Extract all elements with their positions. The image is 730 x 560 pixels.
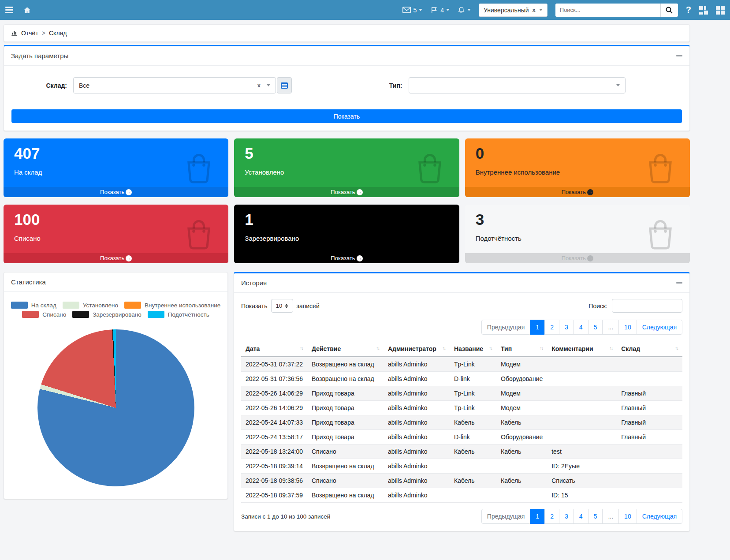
- pagination-previous[interactable]: Предыдущая: [481, 509, 531, 524]
- legend-item: Внутреннее использование: [124, 302, 220, 309]
- table-cell: [617, 459, 682, 474]
- table-cell: Оборудование: [496, 372, 547, 386]
- table-row: 2022-05-18 13:24:00Списаноabills Adminko…: [241, 444, 682, 459]
- sort-icon[interactable]: ↑↓: [609, 345, 612, 351]
- type-select[interactable]: [409, 77, 626, 93]
- table-cell: 2022-05-31 07:36:56: [241, 372, 307, 386]
- chevron-down-icon: [616, 84, 620, 86]
- pagination-page-4[interactable]: 4: [574, 320, 588, 335]
- messages-dropdown[interactable]: 5: [402, 7, 422, 14]
- warehouse-list-button[interactable]: [277, 77, 292, 93]
- flags-dropdown[interactable]: 4: [430, 6, 450, 14]
- pagination-page-2[interactable]: 2: [544, 509, 559, 524]
- pagination-page-5[interactable]: 5: [588, 509, 603, 524]
- pagination-next[interactable]: Следующая: [637, 320, 682, 335]
- table-cell: abills Adminko: [384, 430, 450, 444]
- column-header-label: Комментарии: [551, 345, 593, 352]
- show-link[interactable]: Показать→: [4, 253, 228, 263]
- legend-swatch: [72, 311, 89, 318]
- breadcrumb-section[interactable]: Отчёт: [21, 30, 38, 37]
- profile-select[interactable]: Универсальный x: [479, 4, 548, 17]
- pie-chart: [37, 329, 194, 486]
- table-cell: [547, 401, 617, 415]
- notifications-dropdown[interactable]: [458, 6, 471, 14]
- table-cell: Модем: [496, 357, 547, 372]
- search-input[interactable]: [555, 4, 660, 17]
- table-cell: Приход товара: [307, 430, 384, 444]
- legend-item: Зарезервировано: [72, 311, 142, 318]
- flags-count: 4: [440, 7, 444, 14]
- collapse-icon[interactable]: [676, 55, 682, 56]
- clear-icon[interactable]: x: [257, 82, 261, 89]
- hamburger-menu-icon[interactable]: [5, 7, 13, 13]
- arrow-circle-right-icon: →: [126, 255, 132, 261]
- table-cell: Возвращено на склад: [307, 372, 384, 386]
- parameters-panel: Задать параметры Склад: Все x: [4, 45, 690, 131]
- sort-icon[interactable]: ↑↓: [675, 345, 678, 351]
- legend-label: Внутреннее использование: [145, 302, 220, 309]
- table-cell: Главный: [617, 386, 682, 401]
- help-icon[interactable]: ?: [686, 5, 691, 15]
- show-button[interactable]: Показать: [11, 109, 682, 123]
- sort-icon[interactable]: ↑↓: [540, 345, 543, 351]
- table-row: 2022-05-26 14:06:29Приход товараabills A…: [241, 401, 682, 415]
- column-header-склад[interactable]: Склад↑↓: [617, 341, 682, 357]
- table-cell: 2022-05-18 09:37:59: [241, 488, 307, 503]
- table-search-input[interactable]: [612, 299, 682, 313]
- stat-card-na-sklad: 407 На склад Показать→: [4, 138, 228, 197]
- column-header-администратор[interactable]: Администратор↑↓: [384, 341, 450, 357]
- table-row: 2022-05-18 09:39:14Возвращено на складab…: [241, 459, 682, 474]
- stat-card-vnutrennee: 0 Внутреннее использование Показать→: [465, 138, 690, 197]
- navbar-search: [555, 4, 678, 17]
- page-size-value: 10: [276, 302, 282, 309]
- show-link[interactable]: Показать→: [465, 187, 690, 197]
- warehouse-select[interactable]: Все x: [73, 77, 276, 93]
- pagination-next[interactable]: Следующая: [637, 509, 682, 524]
- show-link[interactable]: Показать→: [234, 187, 459, 197]
- breadcrumb: Отчёт > Склад: [4, 24, 690, 42]
- sort-icon[interactable]: ↑↓: [300, 345, 303, 351]
- show-link[interactable]: Показать→: [4, 187, 228, 197]
- pagination-page-4[interactable]: 4: [574, 509, 588, 524]
- show-link[interactable]: Показать→: [234, 253, 459, 263]
- page-size-stepper[interactable]: 10: [271, 299, 293, 313]
- column-header-название[interactable]: Название↑↓: [450, 341, 496, 357]
- search-button[interactable]: [660, 4, 678, 17]
- legend-swatch: [63, 302, 79, 309]
- table-cell: Возвращено на склад: [307, 357, 384, 372]
- pagination-page-1[interactable]: 1: [530, 509, 545, 524]
- table-row: 2022-05-31 07:37:22Возвращено на складab…: [241, 357, 682, 372]
- collapse-icon[interactable]: [676, 282, 682, 284]
- column-header-тип[interactable]: Тип↑↓: [496, 341, 547, 357]
- column-header-действие[interactable]: Действие↑↓: [307, 341, 384, 357]
- sort-icon[interactable]: ↑↓: [489, 345, 492, 351]
- legend-label: Зарезервировано: [93, 311, 142, 318]
- legend-item: На склад: [11, 302, 56, 309]
- table-cell: abills Adminko: [384, 372, 450, 386]
- table-cell: Приход товара: [307, 415, 384, 430]
- sort-icon[interactable]: ↑↓: [376, 345, 379, 351]
- home-icon[interactable]: [23, 6, 31, 14]
- pagination-page-10[interactable]: 10: [618, 320, 637, 335]
- records-label: записей: [297, 302, 320, 310]
- show-link[interactable]: Показать→: [465, 253, 690, 263]
- pagination-page-3[interactable]: 3: [559, 320, 574, 335]
- pagination-previous[interactable]: Предыдущая: [481, 320, 531, 335]
- legend-label: Установлено: [83, 302, 118, 309]
- sort-icon[interactable]: ↑↓: [442, 345, 445, 351]
- stat-card-podotchetnost: 3 Подотчётность Показать→: [465, 205, 690, 263]
- clear-icon[interactable]: x: [533, 7, 536, 13]
- column-header-дата[interactable]: Дата↑↓: [241, 341, 307, 357]
- pagination-page-1[interactable]: 1: [530, 320, 545, 335]
- modules-grid-icon[interactable]: [699, 6, 708, 15]
- pagination-page-3[interactable]: 3: [559, 509, 574, 524]
- pagination-page-5[interactable]: 5: [588, 320, 603, 335]
- table-cell: abills Adminko: [384, 444, 450, 459]
- parameters-panel-title: Задать параметры: [11, 52, 68, 60]
- pagination-page-10[interactable]: 10: [618, 509, 637, 524]
- pagination-page-2[interactable]: 2: [544, 320, 559, 335]
- column-header-комментарии[interactable]: Комментарии↑↓: [547, 341, 617, 357]
- arrow-circle-right-icon: →: [126, 189, 132, 195]
- apps-grid-icon[interactable]: [716, 6, 725, 15]
- table-cell: Кабель: [496, 415, 547, 430]
